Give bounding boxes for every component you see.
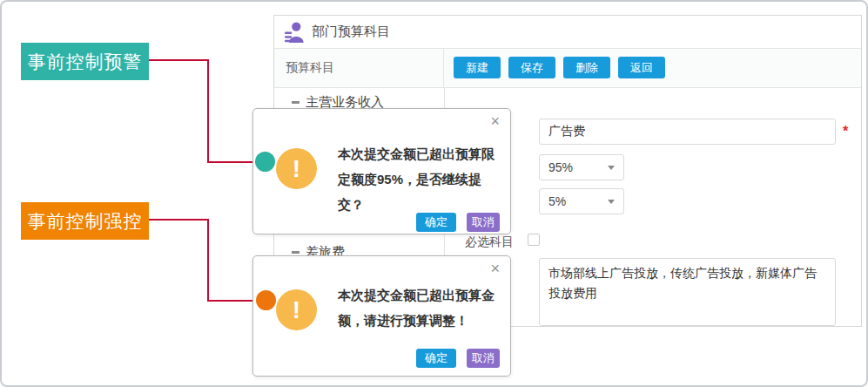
person-list-icon [285,22,304,43]
subject-name-input[interactable]: 广告费 [539,119,836,145]
control-ratio-select[interactable]: 5% [539,188,624,214]
warn-ratio-value: 95% [548,160,573,174]
screenshot-frame: 部门预算科目 预算科目 新建 保存 删除 返回 主营业务收入 差旅费 [0,0,868,387]
warning-dialog: × ! 本次提交金额已超出预算限定额度95%，是否继续提交？ 确定 取消 [252,108,511,234]
remark-textarea[interactable]: 市场部线上广告投放，传统广告投放，新媒体广告投放费用 [539,258,836,326]
control-ratio-value: 5% [548,194,566,208]
required-subject-label: 必选科目 [444,234,514,250]
panel-title: 部门预算科目 [312,24,390,40]
panel-header: 部门预算科目 [274,16,861,49]
cancel-button[interactable]: 取消 [467,349,500,368]
force-control-dialog: × ! 本次提交金额已超出预算金额，请进行预算调整！ 确定 取消 [252,255,511,377]
exclamation-warning-icon: ! [276,148,317,189]
dialog-buttons: 确定 取消 [416,213,500,232]
warning-dot [255,152,275,172]
required-asterisk: * [843,124,848,139]
pre-control-warning-label: 事前控制预警 [21,43,149,80]
delete-button[interactable]: 删除 [563,57,610,78]
exclamation-warning-icon: ! [276,289,317,330]
connector-line [149,219,208,221]
force-control-dot [256,290,276,310]
dialog-message: 本次提交金额已超出预算限定额度95%，是否继续提交？ [338,141,505,217]
dialog-buttons: 确定 取消 [416,349,500,368]
collapse-minus-icon [292,101,299,104]
close-icon[interactable]: × [490,112,500,131]
save-button[interactable]: 保存 [508,57,555,78]
collapse-minus-icon [292,251,299,254]
dialog-message: 本次提交金额已超出预算金额，请进行预算调整！ [338,282,505,333]
confirm-button[interactable]: 确定 [416,349,456,368]
toolbar-buttons: 新建 保存 删除 返回 [454,57,665,78]
required-subject-checkbox[interactable] [528,234,540,246]
connector-line [149,59,208,61]
chevron-down-icon [608,200,615,204]
connector-line [207,59,209,163]
close-icon[interactable]: × [490,260,500,278]
tree-header-label: 预算科目 [286,60,334,76]
confirm-button[interactable]: 确定 [416,213,456,232]
tree-header-cell: 预算科目 [274,49,444,87]
back-button[interactable]: 返回 [618,57,665,78]
pre-control-force-label: 事前控制强控 [21,202,149,240]
cancel-button[interactable]: 取消 [467,213,500,232]
warn-ratio-select[interactable]: 95% [539,154,624,180]
new-button[interactable]: 新建 [454,57,501,78]
toolbar-row: 预算科目 新建 保存 删除 返回 [274,49,861,88]
connector-line [207,219,209,302]
chevron-down-icon [608,166,615,170]
